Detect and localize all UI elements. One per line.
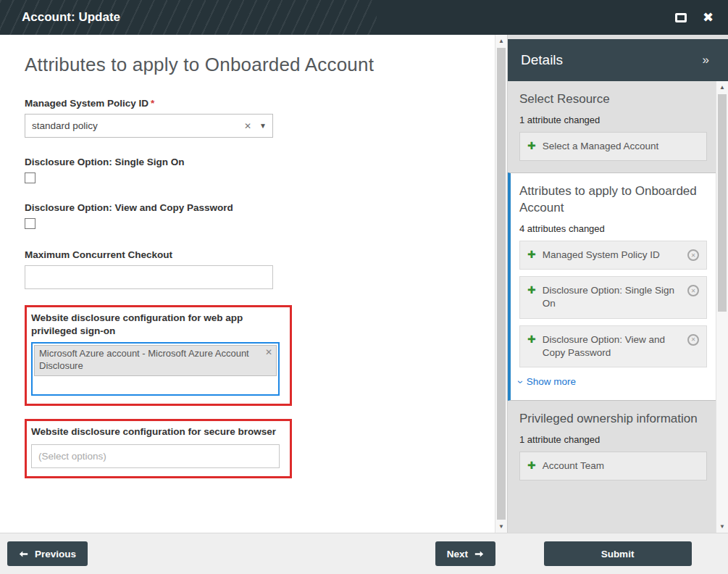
required-asterisk: * <box>151 98 154 109</box>
section-title: Select Resource <box>519 91 707 108</box>
sidebar-scrollbar-thumb[interactable] <box>718 94 727 312</box>
window-controls: ✖ <box>675 11 714 24</box>
plus-icon: ✚ <box>527 249 536 261</box>
section-privileged-ownership: Privileged ownership information 1 attri… <box>508 401 716 492</box>
arrow-left-icon <box>19 549 28 559</box>
chevron-down-icon: › <box>516 380 526 383</box>
sso-checkbox[interactable] <box>25 172 35 183</box>
remove-attribute-icon[interactable]: ✕ <box>687 334 699 346</box>
webapp-disclosure-label: Website disclosure configuration for web… <box>31 312 283 338</box>
secure-browser-label: Website disclosure configuration for sec… <box>31 425 283 438</box>
main-scrollbar-thumb[interactable] <box>497 48 506 520</box>
submit-button-label: Submit <box>601 549 635 560</box>
clear-icon[interactable]: ✕ <box>239 121 256 131</box>
policy-combobox-value: standard policy <box>32 120 239 131</box>
footer-bar: Previous Next Submit <box>0 533 728 574</box>
view-copy-checkbox[interactable] <box>25 218 35 229</box>
show-more-label: Show more <box>527 376 576 387</box>
details-title: Details <box>521 52 563 68</box>
selected-option-chip: Microsoft Azure account - Microsoft Azur… <box>34 345 277 376</box>
annotation-box-webapp: Website disclosure configuration for web… <box>25 305 292 406</box>
changed-count: 4 attributes changed <box>519 223 707 234</box>
attr-item-account-team[interactable]: ✚ Account Team <box>519 452 707 481</box>
chevron-down-icon[interactable]: ▼ <box>256 122 272 130</box>
policy-label-text: Managed System Policy ID <box>25 98 148 109</box>
scroll-down-icon[interactable]: ▼ <box>716 520 728 533</box>
page-title: Attributes to apply to Onboarded Account <box>25 54 478 76</box>
main-pane: Attributes to apply to Onboarded Account… <box>0 35 507 533</box>
content-row: Attributes to apply to Onboarded Account… <box>0 35 728 533</box>
plus-icon: ✚ <box>527 140 536 152</box>
plus-icon: ✚ <box>527 284 536 296</box>
next-button[interactable]: Next <box>435 541 495 566</box>
footer-side: Submit <box>507 533 728 574</box>
annotation-box-secure-browser: Website disclosure configuration for sec… <box>25 419 292 478</box>
remove-attribute-icon[interactable]: ✕ <box>687 285 699 296</box>
attr-item-label: Managed System Policy ID <box>543 249 681 262</box>
collapse-panel-icon[interactable]: » <box>703 53 709 67</box>
sidebar-scrollbar[interactable]: ▲ ▼ <box>716 81 728 533</box>
remove-option-icon[interactable]: ✕ <box>265 347 272 359</box>
view-copy-label: Disclosure Option: View and Copy Passwor… <box>25 202 478 213</box>
max-checkout-input[interactable] <box>25 265 273 289</box>
remove-attribute-icon[interactable]: ✕ <box>687 249 699 261</box>
attr-item-label: Select a Managed Account <box>543 140 699 153</box>
scroll-down-icon[interactable]: ▼ <box>495 520 507 533</box>
section-select-resource: Select Resource 1 attribute changed ✚ Se… <box>508 81 716 172</box>
webapp-disclosure-multiselect[interactable]: Microsoft Azure account - Microsoft Azur… <box>31 342 280 396</box>
attr-item-label: Disclosure Option: View and Copy Passwor… <box>543 333 681 359</box>
plus-icon: ✚ <box>527 459 536 472</box>
account-update-window: Account: Update ✖ Attributes to apply to… <box>0 0 728 574</box>
scroll-up-icon[interactable]: ▲ <box>716 81 728 93</box>
attr-item-disclosure-single-sign-on[interactable]: ✚ Disclosure Option: Single Sign On ✕ <box>519 276 707 318</box>
changed-count: 1 attribute changed <box>519 434 707 445</box>
details-header: Details » <box>508 39 728 81</box>
details-body: Select Resource 1 attribute changed ✚ Se… <box>508 81 716 533</box>
attr-item-label: Disclosure Option: Single Sign On <box>543 284 681 310</box>
show-more-link[interactable]: › Show more <box>519 376 576 387</box>
footer-main: Previous Next <box>0 533 507 574</box>
attr-item-disclosure-view-copy[interactable]: ✚ Disclosure Option: View and Copy Passw… <box>519 325 707 367</box>
previous-button-label: Previous <box>35 549 76 560</box>
secure-browser-input[interactable] <box>31 444 280 468</box>
submit-button[interactable]: Submit <box>544 541 692 566</box>
scroll-up-icon[interactable]: ▲ <box>495 35 507 47</box>
section-onboarded-attributes: Attributes to apply to Onboarded Account… <box>508 172 716 400</box>
attr-item-select-managed-account[interactable]: ✚ Select a Managed Account <box>519 132 707 161</box>
main-scrollbar[interactable]: ▲ ▼ <box>495 35 507 533</box>
section-title: Privileged ownership information <box>519 411 707 428</box>
policy-combobox[interactable]: standard policy ✕ ▼ <box>25 114 273 138</box>
maximize-icon[interactable] <box>675 13 687 22</box>
max-checkout-label: Maximum Concurrent Checkout <box>25 249 478 260</box>
details-sidebar: Details » Select Resource 1 attribute ch… <box>507 35 728 533</box>
arrow-right-icon <box>474 549 484 559</box>
previous-button[interactable]: Previous <box>7 541 88 566</box>
changed-count: 1 attribute changed <box>519 115 707 125</box>
policy-label: Managed System Policy ID* <box>25 98 478 109</box>
attr-item-managed-system-policy-id[interactable]: ✚ Managed System Policy ID ✕ <box>519 241 707 270</box>
close-icon[interactable]: ✖ <box>703 11 714 24</box>
sso-label: Disclosure Option: Single Sign On <box>25 157 478 167</box>
titlebar: Account: Update ✖ <box>0 0 728 35</box>
plus-icon: ✚ <box>527 333 536 346</box>
attr-item-label: Account Team <box>543 459 699 473</box>
next-button-label: Next <box>447 549 468 560</box>
section-title: Attributes to apply to Onboarded Account <box>519 183 707 217</box>
selected-option-label: Microsoft Azure account - Microsoft Azur… <box>39 348 249 371</box>
window-title: Account: Update <box>22 10 120 25</box>
